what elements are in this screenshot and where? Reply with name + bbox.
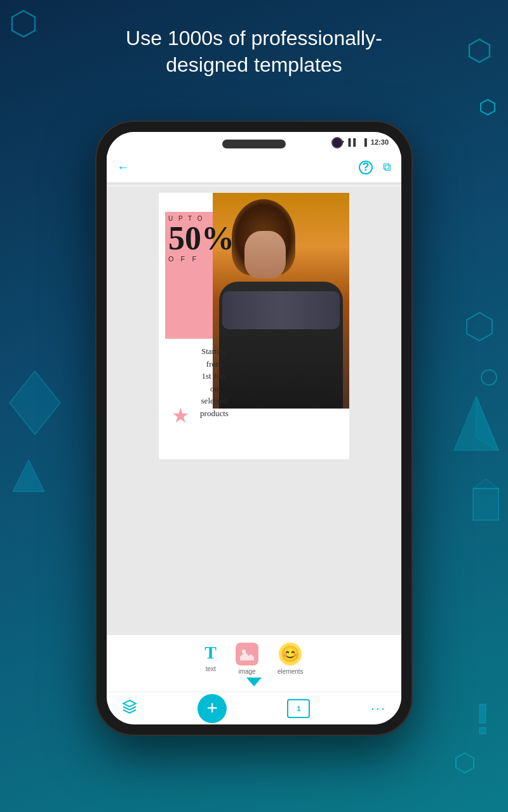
svg-marker-10 <box>13 460 44 492</box>
hex-right-small-icon <box>479 98 497 116</box>
phone-screen: ▾ ▌▌ ▐ 12:30 ← ? ⧉ <box>107 132 401 724</box>
more-options-button[interactable]: ··· <box>371 700 386 717</box>
exclaim-right-icon <box>470 701 495 736</box>
layers-icon <box>122 699 137 714</box>
header-line1: Use 1000s of professionally- <box>126 27 382 49</box>
add-button[interactable]: + <box>197 694 227 723</box>
svg-marker-11 <box>456 753 474 773</box>
time-display: 12:30 <box>371 138 389 146</box>
app-bar: ← ? ⧉ <box>107 152 401 183</box>
person-scarf <box>222 291 340 329</box>
svg-point-4 <box>481 370 497 385</box>
bottom-nav: + 1 ··· <box>107 691 401 724</box>
text-tool-label: text <box>206 665 216 672</box>
svg-rect-13 <box>479 728 486 734</box>
phone-camera <box>331 137 343 148</box>
down-arrow-icon <box>246 678 262 686</box>
star-decoration: ★ <box>171 403 190 428</box>
svg-marker-18 <box>123 700 136 707</box>
svg-marker-17 <box>246 678 262 686</box>
hex-right-mid-icon <box>464 311 495 343</box>
svg-marker-2 <box>481 100 495 115</box>
elements-tool-icon: 😊 <box>279 643 302 665</box>
external-link-button[interactable]: ⧉ <box>383 160 391 174</box>
svg-marker-5 <box>454 396 498 450</box>
template-card[interactable]: U P T O 50% O F F Starting from 1st July… <box>159 193 349 459</box>
image-tool[interactable]: image <box>236 643 258 675</box>
add-icon: + <box>206 698 218 717</box>
phone-mockup: ▾ ▌▌ ▐ 12:30 ← ? ⧉ <box>95 121 413 736</box>
signal-icon: ▌▌ <box>348 138 358 146</box>
image-tool-label: image <box>238 668 255 675</box>
page-indicator-button[interactable]: 1 <box>287 699 310 718</box>
svg-marker-9 <box>10 371 60 435</box>
text-tool-icon: T <box>204 643 217 663</box>
help-button[interactable]: ? <box>359 160 373 174</box>
status-icons: ▾ ▌▌ ▐ 12:30 <box>340 138 389 147</box>
image-tool-icon <box>236 643 258 665</box>
circle-right-icon <box>479 368 498 387</box>
phone-body: ▾ ▌▌ ▐ 12:30 ← ? ⧉ <box>95 121 413 736</box>
svg-rect-7 <box>473 488 498 520</box>
header-section: Use 1000s of professionally- designed te… <box>0 25 508 78</box>
svg-marker-6 <box>476 396 498 450</box>
sale-text-block: U P T O 50% O F F <box>168 215 234 263</box>
bottom-toolbar: T text image <box>107 635 401 691</box>
canvas-area[interactable]: U P T O 50% O F F Starting from 1st July… <box>107 187 401 635</box>
svg-rect-12 <box>479 704 486 723</box>
person-face <box>244 231 286 278</box>
tool-items-row: T text image <box>107 643 401 675</box>
page-number: 1 <box>297 705 300 712</box>
battery-icon: ▐ <box>362 138 367 146</box>
app-bar-right-icons: ? ⧉ <box>359 160 391 174</box>
tri-left-icon <box>13 457 44 495</box>
box-right-icon <box>467 476 505 527</box>
elements-tool[interactable]: 😊 elements <box>277 643 304 675</box>
back-button[interactable]: ← <box>117 160 130 174</box>
header-line2: designed templates <box>166 53 342 76</box>
hex-bottom-right-icon <box>454 752 476 774</box>
arrow-indicator <box>107 678 401 686</box>
tri-right-icon <box>451 393 502 457</box>
layers-button[interactable] <box>122 699 137 717</box>
text-tool[interactable]: T text <box>204 643 217 675</box>
phone-speaker <box>222 140 286 148</box>
discount-label: 50% <box>168 222 234 255</box>
elements-tool-label: elements <box>277 668 304 675</box>
svg-marker-8 <box>473 479 498 488</box>
svg-marker-3 <box>467 313 492 341</box>
diamond-left-icon <box>6 368 64 438</box>
